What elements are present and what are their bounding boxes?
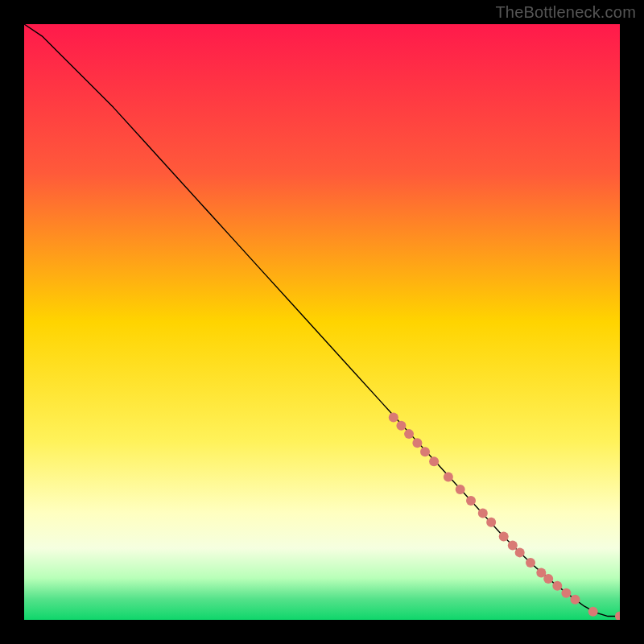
data-marker [552, 581, 562, 591]
data-marker [444, 472, 453, 481]
data-marker [478, 509, 488, 518]
chart-frame: TheBottleneck.com [0, 0, 644, 644]
data-marker [412, 438, 422, 448]
data-marker [429, 456, 439, 466]
data-marker [456, 485, 465, 494]
gradient-background [24, 24, 620, 620]
data-marker [389, 412, 398, 422]
data-marker [561, 588, 571, 598]
data-marker [466, 496, 476, 506]
data-marker [404, 429, 414, 439]
data-marker [543, 574, 553, 584]
data-marker [499, 531, 509, 541]
data-marker [588, 607, 598, 617]
data-marker [420, 447, 430, 456]
data-marker [508, 541, 518, 551]
data-marker [396, 421, 406, 431]
data-marker [486, 518, 496, 527]
chart-svg [24, 24, 620, 620]
plot-area [24, 24, 620, 620]
data-marker [526, 558, 535, 568]
data-marker [571, 595, 580, 605]
data-marker [515, 547, 525, 557]
watermark-text: TheBottleneck.com [495, 3, 636, 22]
